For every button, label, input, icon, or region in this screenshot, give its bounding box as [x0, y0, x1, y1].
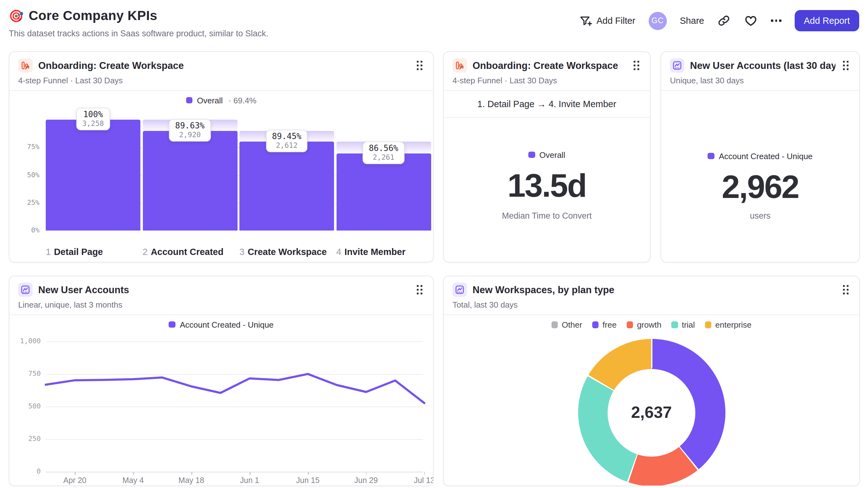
donut-legend: Otherfreegrowthtrialenterprise: [444, 320, 859, 329]
card-onboarding-funnel: Onboarding: Create Workspace 4-step Funn…: [9, 52, 434, 262]
legend-swatch: [708, 153, 714, 159]
card-workspaces-by-plan: New Workspaces, by plan type Total, last…: [443, 275, 860, 486]
legend-label: growth: [637, 320, 661, 329]
more-options-button[interactable]: [771, 20, 781, 22]
accounts-metric: 2,962: [722, 169, 799, 205]
funnel-chart[interactable]: 100%3,25889.63%2,92089.45%2,61286.56%2,2…: [18, 107, 424, 242]
funnel-value-label: 89.63%2,920: [169, 119, 211, 142]
share-button[interactable]: Share: [680, 16, 704, 26]
card-header: New Workspaces, by plan type Total, last…: [444, 276, 859, 315]
toolbar: Add Filter GC Share Add Report: [579, 8, 859, 31]
funnel-bars-icon: [18, 58, 33, 73]
legend-label: Overall: [539, 150, 565, 159]
legend-swatch: [705, 322, 712, 328]
funnel-bar[interactable]: [336, 154, 431, 231]
legend-value: · 69.4%: [228, 96, 257, 105]
line-chart-icon: [18, 283, 33, 297]
legend-label: Account Created - Unique: [180, 320, 274, 329]
card-title: New User Accounts: [38, 284, 409, 295]
funnel-step-label: 3Create Workspace: [239, 247, 327, 257]
legend-swatch: [169, 321, 176, 328]
card-header: Onboarding: Create Workspace 4-step Funn…: [444, 52, 650, 90]
line-chart-icon: [670, 58, 684, 73]
donut-hole: 2,637: [608, 369, 695, 456]
donut-total: 2,637: [631, 403, 672, 422]
card-new-accounts-30d: New User Accounts (last 30 days) Unique,…: [660, 52, 860, 262]
drag-handle-icon[interactable]: [632, 59, 641, 72]
line-chart-icon: [453, 283, 467, 297]
line-x-tick: May 4: [123, 476, 144, 485]
legend-swatch: [627, 322, 633, 328]
card-subtitle: Unique, last 30 days: [670, 76, 850, 85]
donut-legend-item[interactable]: Other: [552, 320, 582, 329]
legend-label: enterprise: [715, 320, 752, 329]
donut-legend-item[interactable]: trial: [672, 320, 695, 329]
header-left: 🎯 Core Company KPIs This dataset tracks …: [9, 8, 268, 38]
card-header: New User Accounts Linear, unique, last 3…: [9, 276, 433, 315]
funnel-step-label: 2Account Created: [143, 247, 223, 257]
card-header: Onboarding: Create Workspace 4-step Funn…: [9, 52, 433, 90]
legend-label: Overall: [197, 96, 223, 105]
line-legend: Account Created - Unique: [9, 319, 433, 330]
funnel-legend: Overall · 69.4%: [9, 95, 433, 106]
line-x-tick: Jun 15: [296, 476, 320, 485]
funnel-value-label: 86.56%2,261: [363, 141, 405, 164]
avatar[interactable]: GC: [649, 11, 667, 30]
funnel-plot-area: 100%3,25889.63%2,92089.45%2,61286.56%2,2…: [46, 120, 422, 231]
funnel-step-label: 4Invite Member: [336, 247, 405, 257]
divider: [9, 315, 433, 315]
drag-handle-icon[interactable]: [841, 283, 850, 296]
funnel-bars-icon: [453, 58, 467, 73]
metric-legend: Account Created - Unique: [708, 150, 812, 162]
line-x-tick: May 18: [179, 476, 204, 485]
metric-block: Account Created - Unique 2,962 users: [661, 91, 859, 221]
line-y-tick: 1,000: [18, 337, 41, 345]
page-title: Core Company KPIs: [29, 8, 157, 23]
funnel-bar[interactable]: [239, 141, 334, 231]
funnel-step-label: 1Detail Page: [46, 247, 103, 257]
add-filter-label: Add Filter: [596, 16, 635, 26]
add-report-button[interactable]: Add Report: [794, 10, 859, 31]
heart-icon[interactable]: [744, 14, 758, 28]
line-x-tick-mark: [191, 472, 192, 475]
card-header: New User Accounts (last 30 days) Unique,…: [661, 52, 859, 90]
add-filter-button[interactable]: Add Filter: [579, 14, 635, 27]
funnel-value-label: 89.45%2,612: [266, 130, 308, 152]
funnel-range-label: 1. Detail Page → 4. Invite Member: [444, 91, 650, 117]
link-icon[interactable]: [717, 14, 731, 28]
line-x-tick: Jun 1: [240, 476, 259, 485]
share-label: Share: [680, 16, 704, 26]
target-emoji-icon: 🎯: [9, 10, 24, 22]
legend-swatch: [186, 97, 193, 104]
funnel-x-axis-labels: 1Detail Page2Account Created3Create Work…: [18, 247, 424, 261]
line-x-tick-mark: [424, 472, 425, 475]
card-title: Onboarding: Create Workspace: [38, 60, 409, 71]
donut-legend-item[interactable]: free: [592, 320, 617, 329]
metric-caption: users: [750, 211, 771, 221]
legend-label: Other: [562, 320, 582, 329]
card-title: New User Accounts (last 30 days): [690, 60, 835, 71]
legend-swatch: [672, 322, 678, 328]
page-subtitle: This dataset tracks actions in Saas soft…: [9, 29, 268, 38]
drag-handle-icon[interactable]: [415, 59, 424, 72]
funnel-y-tick: 75%: [18, 143, 39, 151]
legend-label: free: [602, 320, 617, 329]
card-subtitle: 4-step Funnel · Last 30 Days: [453, 76, 641, 85]
card-title: Onboarding: Create Workspace: [472, 60, 626, 71]
legend-swatch: [528, 152, 535, 158]
card-accounts-trend: New User Accounts Linear, unique, last 3…: [9, 275, 434, 486]
divider: [9, 90, 433, 91]
funnel-bar[interactable]: [143, 131, 237, 231]
drag-handle-icon[interactable]: [841, 59, 850, 72]
donut-legend-item[interactable]: enterprise: [705, 320, 752, 329]
funnel-bar[interactable]: [46, 120, 141, 231]
line-x-tick: Jun 29: [354, 476, 378, 485]
line-x-tick: Jul 13: [414, 476, 434, 485]
donut-chart[interactable]: 2,637: [578, 339, 725, 486]
funnel-value-label: 100%3,258: [76, 108, 110, 130]
metric-caption: Median Time to Convert: [502, 211, 592, 221]
drag-handle-icon[interactable]: [415, 283, 424, 296]
line-chart[interactable]: 02505007501,000Apr 20May 4May 18Jun 1Jun…: [18, 333, 424, 483]
donut-legend-item[interactable]: growth: [627, 320, 661, 329]
line-series: [46, 341, 424, 472]
